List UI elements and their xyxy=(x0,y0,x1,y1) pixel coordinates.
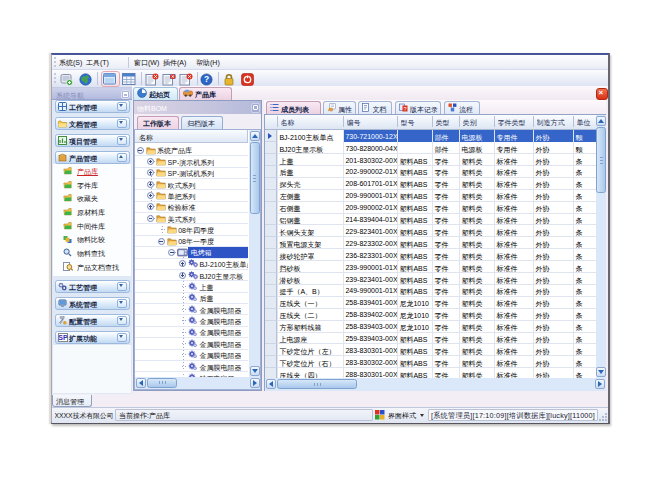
svg-text:?: ? xyxy=(403,106,406,112)
svg-text:?: ? xyxy=(204,74,209,84)
svg-text:SP: SP xyxy=(58,334,68,341)
